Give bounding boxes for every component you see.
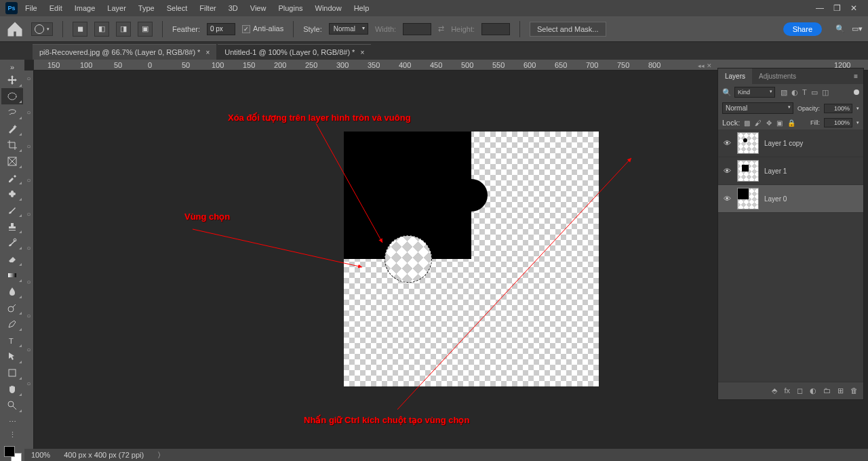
- mask-icon[interactable]: ◻: [797, 386, 803, 395]
- share-button[interactable]: Share: [783, 22, 822, 36]
- menu-filter[interactable]: Filter: [195, 2, 220, 14]
- color-swatches[interactable]: [3, 445, 22, 461]
- move-tool[interactable]: [1, 72, 23, 88]
- layer-thumbnail[interactable]: [737, 188, 759, 209]
- panel-collapse-icon[interactable]: ◂◂ ✕: [698, 62, 712, 69]
- filter-shape-icon[interactable]: ▭: [811, 88, 818, 97]
- link-layers-icon[interactable]: ⬘: [772, 386, 777, 395]
- filter-type-icon[interactable]: T: [802, 88, 807, 97]
- brush-tool[interactable]: [1, 202, 23, 218]
- visibility-icon[interactable]: 👁: [722, 167, 732, 175]
- lock-position-icon[interactable]: ✥: [766, 119, 772, 127]
- close-tab-icon[interactable]: ×: [205, 49, 210, 56]
- blend-mode-select[interactable]: Normal: [722, 102, 793, 114]
- path-select-tool[interactable]: [1, 348, 23, 365]
- tab-layers[interactable]: Layers: [718, 68, 752, 84]
- adjustment-layer-icon[interactable]: ◐: [810, 386, 816, 395]
- subtract-selection-icon[interactable]: ◨: [116, 22, 131, 37]
- menu-3d[interactable]: 3D: [224, 2, 243, 14]
- layer-name[interactable]: Layer 1: [764, 167, 787, 175]
- add-selection-icon[interactable]: ◧: [94, 22, 109, 37]
- tab-doc-1[interactable]: pi8-Recovered.jpg @ 66.7% (Layer 0, RGB/…: [33, 44, 216, 60]
- hand-tool[interactable]: [1, 381, 23, 397]
- healing-tool[interactable]: [1, 186, 23, 202]
- style-select[interactable]: Normal: [329, 23, 368, 35]
- crop-tool[interactable]: [1, 137, 23, 153]
- layer-name[interactable]: Layer 1 copy: [764, 140, 803, 147]
- tab-adjustments[interactable]: Adjustments: [752, 68, 803, 84]
- antialias-checkbox[interactable]: ✓Anti-alias: [242, 24, 283, 33]
- search-icon[interactable]: 🔍: [835, 24, 845, 33]
- lock-all-icon[interactable]: 🔒: [787, 119, 795, 127]
- fx-icon[interactable]: fx: [784, 386, 790, 395]
- group-icon[interactable]: 🗀: [823, 386, 831, 395]
- pen-tool[interactable]: [1, 316, 23, 332]
- visibility-icon[interactable]: 👁: [722, 195, 732, 203]
- layer-row[interactable]: 👁 Layer 0: [718, 185, 863, 213]
- filter-toggle-icon[interactable]: [854, 89, 859, 95]
- menu-window[interactable]: Window: [311, 2, 347, 14]
- stamp-tool[interactable]: [1, 218, 23, 235]
- tab-doc-2[interactable]: Untitled-1 @ 100% (Layer 0, RGB/8#) *×: [218, 44, 371, 60]
- lasso-tool[interactable]: [1, 104, 23, 121]
- foreground-color[interactable]: [4, 446, 15, 457]
- layer-thumbnail[interactable]: [737, 132, 759, 154]
- layer-row[interactable]: 👁 Layer 1: [718, 157, 863, 185]
- eraser-tool[interactable]: [1, 251, 23, 267]
- shape-tool[interactable]: [1, 365, 23, 381]
- menu-edit[interactable]: Edit: [45, 2, 67, 14]
- close-icon[interactable]: ✕: [850, 3, 857, 13]
- expand-icon[interactable]: »: [1, 62, 23, 72]
- marquee-tool[interactable]: [1, 88, 23, 104]
- minimize-icon[interactable]: —: [816, 3, 824, 13]
- more-tools-icon[interactable]: ⋯: [1, 414, 23, 430]
- menu-layer[interactable]: Layer: [102, 2, 131, 14]
- vertical-ruler[interactable]: 00 00 00 00 00: [24, 71, 34, 449]
- tool-preset[interactable]: ▾: [31, 22, 53, 36]
- menu-view[interactable]: View: [245, 2, 271, 14]
- new-layer-icon[interactable]: ⊞: [837, 386, 844, 395]
- dodge-tool[interactable]: [1, 300, 23, 316]
- layer-thumbnail[interactable]: [737, 160, 759, 182]
- type-tool[interactable]: T: [1, 332, 23, 348]
- canvas[interactable]: [344, 132, 599, 386]
- menu-file[interactable]: File: [20, 2, 42, 14]
- maximize-icon[interactable]: ❐: [833, 3, 841, 13]
- menu-help[interactable]: Help: [349, 2, 374, 14]
- edit-toolbar-icon[interactable]: ⋮: [1, 430, 23, 439]
- zoom-tool[interactable]: [1, 397, 23, 414]
- home-button[interactable]: [5, 20, 24, 39]
- fill-input[interactable]: 100%: [824, 118, 852, 127]
- opacity-input[interactable]: 100%: [824, 104, 852, 113]
- eyedropper-tool[interactable]: [1, 169, 23, 186]
- panel-menu-icon[interactable]: ≡: [848, 68, 863, 84]
- wand-tool[interactable]: [1, 121, 23, 137]
- menu-plugins[interactable]: Plugins: [273, 2, 307, 14]
- visibility-icon[interactable]: 👁: [722, 139, 732, 147]
- select-and-mask-button[interactable]: Select and Mask...: [530, 22, 606, 37]
- new-selection-icon[interactable]: ◼: [73, 22, 87, 37]
- delete-layer-icon[interactable]: 🗑: [850, 386, 858, 395]
- status-chevron-icon[interactable]: 〉: [157, 450, 165, 460]
- filter-pixel-icon[interactable]: ▧: [781, 88, 787, 97]
- close-tab-icon[interactable]: ×: [360, 49, 364, 56]
- menu-select[interactable]: Select: [162, 2, 193, 14]
- intersect-selection-icon[interactable]: ▣: [138, 22, 153, 37]
- search-icon[interactable]: 🔍: [722, 88, 732, 97]
- layer-row[interactable]: 👁 Layer 1 copy: [718, 129, 863, 157]
- lock-paint-icon[interactable]: 🖌: [755, 119, 762, 127]
- filter-kind-select[interactable]: Kind: [734, 87, 775, 98]
- menu-type[interactable]: Type: [134, 2, 159, 14]
- frame-tool[interactable]: [1, 153, 23, 169]
- blur-tool[interactable]: [1, 283, 23, 300]
- lock-transparent-icon[interactable]: ▩: [744, 119, 750, 127]
- feather-input[interactable]: [207, 23, 235, 35]
- filter-smart-icon[interactable]: ◫: [822, 88, 829, 97]
- gradient-tool[interactable]: [1, 267, 23, 283]
- history-brush-tool[interactable]: [1, 235, 23, 251]
- zoom-level[interactable]: 100%: [31, 451, 50, 459]
- lock-artboard-icon[interactable]: ▣: [776, 119, 783, 127]
- layer-name[interactable]: Layer 0: [764, 195, 787, 203]
- filter-adjust-icon[interactable]: ◐: [791, 88, 798, 97]
- workspace-icon[interactable]: ▭▾: [852, 24, 863, 33]
